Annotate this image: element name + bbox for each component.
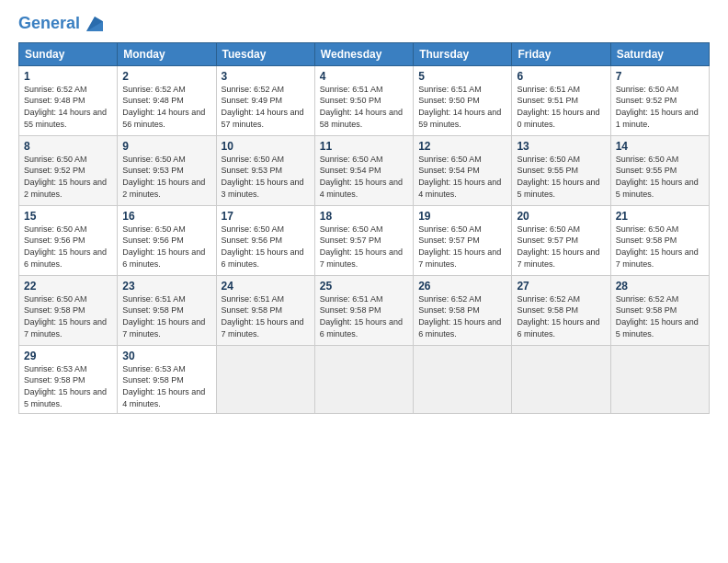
day-info: Sunrise: 6:50 AMSunset: 9:52 PMDaylight:… (616, 85, 699, 129)
day-info: Sunrise: 6:50 AMSunset: 9:53 PMDaylight:… (222, 155, 304, 199)
day-info: Sunrise: 6:50 AMSunset: 9:58 PMDaylight:… (24, 294, 107, 339)
day-number: 10 (222, 140, 310, 153)
calendar-cell: 24 Sunrise: 6:51 AMSunset: 9:58 PMDaylig… (216, 275, 314, 345)
day-info: Sunrise: 6:52 AMSunset: 9:58 PMDaylight:… (616, 294, 699, 339)
calendar-cell: 18 Sunrise: 6:50 AMSunset: 9:57 PMDaylig… (314, 205, 413, 275)
day-number: 13 (517, 140, 605, 153)
day-info: Sunrise: 6:50 AMSunset: 9:57 PMDaylight:… (418, 224, 501, 269)
day-number: 15 (24, 210, 112, 223)
calendar-cell (414, 345, 512, 413)
calendar-week-row: 22 Sunrise: 6:50 AMSunset: 9:58 PMDaylig… (19, 275, 710, 345)
day-number: 26 (418, 280, 506, 293)
calendar-cell: 8 Sunrise: 6:50 AMSunset: 9:52 PMDayligh… (19, 135, 118, 205)
day-number: 4 (320, 70, 408, 83)
day-info: Sunrise: 6:51 AMSunset: 9:50 PMDaylight:… (320, 85, 403, 129)
calendar-cell: 1 Sunrise: 6:52 AMSunset: 9:48 PMDayligh… (19, 65, 118, 135)
calendar-cell: 3 Sunrise: 6:52 AMSunset: 9:49 PMDayligh… (216, 65, 314, 135)
day-info: Sunrise: 6:52 AMSunset: 9:58 PMDaylight:… (418, 294, 501, 339)
calendar-header-saturday: Saturday (610, 42, 709, 65)
calendar-cell: 25 Sunrise: 6:51 AMSunset: 9:58 PMDaylig… (314, 275, 413, 345)
calendar-cell (314, 345, 413, 413)
day-number: 9 (122, 140, 210, 153)
calendar-header-sunday: Sunday (19, 42, 118, 65)
calendar-header-row: SundayMondayTuesdayWednesdayThursdayFrid… (19, 42, 710, 65)
header: General (18, 15, 710, 33)
day-info: Sunrise: 6:50 AMSunset: 9:58 PMDaylight:… (616, 224, 699, 269)
day-number: 1 (24, 70, 112, 83)
calendar-header-thursday: Thursday (414, 42, 512, 65)
day-info: Sunrise: 6:50 AMSunset: 9:54 PMDaylight:… (320, 155, 403, 199)
day-number: 6 (517, 70, 605, 83)
calendar-cell: 27 Sunrise: 6:52 AMSunset: 9:58 PMDaylig… (512, 275, 610, 345)
day-info: Sunrise: 6:52 AMSunset: 9:48 PMDaylight:… (24, 85, 107, 129)
calendar-header-friday: Friday (512, 42, 610, 65)
day-number: 8 (24, 140, 112, 153)
day-number: 14 (616, 140, 704, 153)
calendar-cell: 15 Sunrise: 6:50 AMSunset: 9:56 PMDaylig… (19, 205, 118, 275)
day-number: 3 (222, 70, 310, 83)
calendar-cell: 14 Sunrise: 6:50 AMSunset: 9:55 PMDaylig… (610, 135, 709, 205)
calendar-cell (610, 345, 709, 413)
calendar-week-row: 15 Sunrise: 6:50 AMSunset: 9:56 PMDaylig… (19, 205, 710, 275)
calendar-cell (216, 345, 314, 413)
day-number: 23 (122, 280, 210, 293)
logo: General (18, 15, 103, 33)
calendar-week-row: 29 Sunrise: 6:53 AMSunset: 9:58 PMDaylig… (19, 345, 710, 413)
day-number: 29 (24, 350, 112, 362)
logo-icon (86, 16, 103, 32)
day-info: Sunrise: 6:53 AMSunset: 9:58 PMDaylight:… (24, 364, 107, 408)
day-info: Sunrise: 6:50 AMSunset: 9:56 PMDaylight:… (122, 224, 205, 269)
calendar-cell: 19 Sunrise: 6:50 AMSunset: 9:57 PMDaylig… (414, 205, 512, 275)
calendar-cell: 22 Sunrise: 6:50 AMSunset: 9:58 PMDaylig… (19, 275, 118, 345)
day-info: Sunrise: 6:52 AMSunset: 9:58 PMDaylight:… (517, 294, 599, 339)
day-number: 12 (418, 140, 506, 153)
calendar-cell: 4 Sunrise: 6:51 AMSunset: 9:50 PMDayligh… (314, 65, 413, 135)
day-info: Sunrise: 6:50 AMSunset: 9:56 PMDaylight:… (24, 224, 107, 269)
day-info: Sunrise: 6:51 AMSunset: 9:51 PMDaylight:… (517, 85, 599, 129)
logo-text: General (18, 15, 103, 33)
day-info: Sunrise: 6:51 AMSunset: 9:58 PMDaylight:… (222, 294, 304, 339)
calendar-cell: 21 Sunrise: 6:50 AMSunset: 9:58 PMDaylig… (610, 205, 709, 275)
day-info: Sunrise: 6:50 AMSunset: 9:57 PMDaylight:… (320, 224, 403, 269)
day-number: 24 (222, 280, 310, 293)
day-number: 19 (418, 210, 506, 223)
day-info: Sunrise: 6:51 AMSunset: 9:58 PMDaylight:… (320, 294, 403, 339)
day-number: 28 (616, 280, 704, 293)
day-number: 11 (320, 140, 408, 153)
day-info: Sunrise: 6:50 AMSunset: 9:55 PMDaylight:… (616, 155, 699, 199)
day-number: 21 (616, 210, 704, 223)
day-number: 30 (122, 350, 210, 362)
day-number: 7 (616, 70, 704, 83)
calendar-cell: 20 Sunrise: 6:50 AMSunset: 9:57 PMDaylig… (512, 205, 610, 275)
page: General SundayMondayTuesdayWednesdayThur… (0, 0, 728, 563)
day-info: Sunrise: 6:50 AMSunset: 9:57 PMDaylight:… (517, 224, 599, 269)
day-info: Sunrise: 6:51 AMSunset: 9:50 PMDaylight:… (418, 85, 501, 129)
calendar-cell: 13 Sunrise: 6:50 AMSunset: 9:55 PMDaylig… (512, 135, 610, 205)
calendar-cell: 5 Sunrise: 6:51 AMSunset: 9:50 PMDayligh… (414, 65, 512, 135)
calendar-cell: 12 Sunrise: 6:50 AMSunset: 9:54 PMDaylig… (414, 135, 512, 205)
calendar-cell: 28 Sunrise: 6:52 AMSunset: 9:58 PMDaylig… (610, 275, 709, 345)
calendar-cell: 11 Sunrise: 6:50 AMSunset: 9:54 PMDaylig… (314, 135, 413, 205)
calendar-cell: 23 Sunrise: 6:51 AMSunset: 9:58 PMDaylig… (118, 275, 216, 345)
calendar-cell: 30 Sunrise: 6:53 AMSunset: 9:58 PMDaylig… (118, 345, 216, 413)
day-number: 27 (517, 280, 605, 293)
calendar-cell: 6 Sunrise: 6:51 AMSunset: 9:51 PMDayligh… (512, 65, 610, 135)
day-info: Sunrise: 6:50 AMSunset: 9:53 PMDaylight:… (122, 155, 205, 199)
day-number: 25 (320, 280, 408, 293)
calendar-cell: 7 Sunrise: 6:50 AMSunset: 9:52 PMDayligh… (610, 65, 709, 135)
calendar-week-row: 8 Sunrise: 6:50 AMSunset: 9:52 PMDayligh… (19, 135, 710, 205)
day-info: Sunrise: 6:52 AMSunset: 9:49 PMDaylight:… (222, 85, 304, 129)
day-number: 5 (418, 70, 506, 83)
calendar-header-tuesday: Tuesday (216, 42, 314, 65)
day-number: 20 (517, 210, 605, 223)
calendar-cell (512, 345, 610, 413)
day-info: Sunrise: 6:53 AMSunset: 9:58 PMDaylight:… (122, 364, 205, 408)
day-number: 17 (222, 210, 310, 223)
calendar-cell: 2 Sunrise: 6:52 AMSunset: 9:48 PMDayligh… (118, 65, 216, 135)
calendar: SundayMondayTuesdayWednesdayThursdayFrid… (18, 42, 710, 414)
day-info: Sunrise: 6:51 AMSunset: 9:58 PMDaylight:… (122, 294, 205, 339)
calendar-week-row: 1 Sunrise: 6:52 AMSunset: 9:48 PMDayligh… (19, 65, 710, 135)
calendar-cell: 17 Sunrise: 6:50 AMSunset: 9:56 PMDaylig… (216, 205, 314, 275)
calendar-cell: 26 Sunrise: 6:52 AMSunset: 9:58 PMDaylig… (414, 275, 512, 345)
calendar-cell: 10 Sunrise: 6:50 AMSunset: 9:53 PMDaylig… (216, 135, 314, 205)
